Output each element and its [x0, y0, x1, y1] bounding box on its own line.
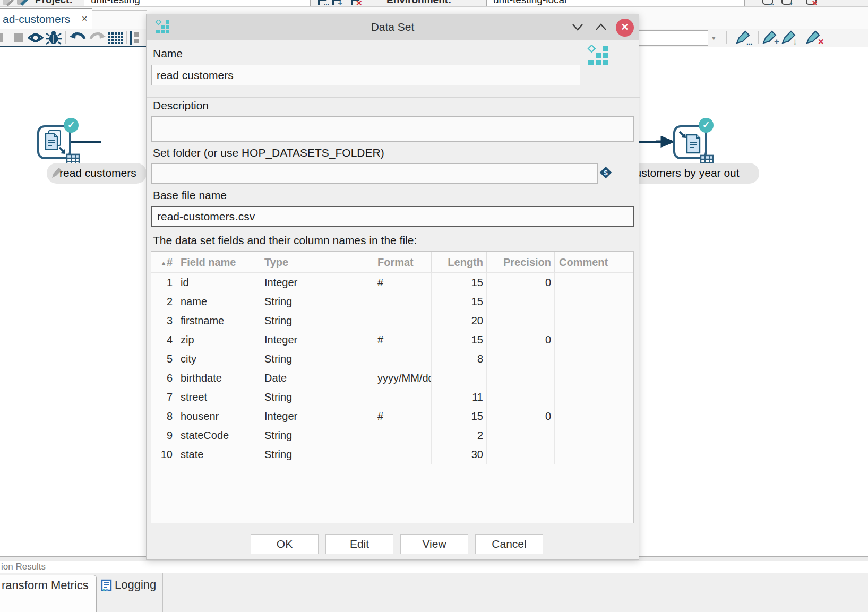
edit-project-icon[interactable] — [16, 0, 30, 6]
tab-close-icon[interactable]: ✕ — [81, 14, 88, 23]
column-header-comment[interactable]: Comment — [555, 252, 633, 272]
cancel-button[interactable]: Cancel — [475, 534, 543, 554]
debug-bug-icon[interactable] — [46, 30, 62, 45]
table-cell[interactable]: firstname — [176, 311, 260, 330]
table-cell[interactable]: yyyy/MM/dd — [373, 368, 432, 387]
table-cell[interactable] — [373, 292, 432, 311]
table-row[interactable]: 6birthdateDateyyyy/MM/dd — [151, 368, 633, 387]
table-row[interactable]: 9stateCodeString2 — [151, 426, 633, 445]
column-header-index[interactable]: ▴# — [151, 252, 176, 272]
table-cell[interactable]: # — [373, 407, 432, 426]
edit-button[interactable]: Edit — [325, 534, 393, 554]
table-cell[interactable]: birthdate — [176, 368, 260, 387]
project-add-icon[interactable]: + — [331, 0, 344, 6]
table-cell[interactable] — [373, 445, 432, 464]
environment-delete-icon[interactable]: ✕ — [806, 0, 817, 5]
table-cell[interactable]: id — [176, 273, 260, 292]
table-cell[interactable]: 15 — [432, 292, 487, 311]
project-delete-icon[interactable]: ✕ — [350, 0, 363, 6]
variable-icon[interactable]: $ — [598, 165, 613, 180]
description-input[interactable] — [151, 116, 634, 142]
table-cell[interactable]: String — [260, 387, 373, 407]
column-header-format[interactable]: Format — [373, 252, 432, 272]
table-cell[interactable] — [555, 407, 633, 426]
table-cell[interactable]: state — [176, 445, 260, 464]
table-cell[interactable]: String — [260, 445, 373, 464]
table-cell[interactable]: # — [373, 273, 432, 292]
undo-icon[interactable] — [69, 30, 87, 45]
project-combo[interactable]: unit-testing — [84, 0, 311, 6]
table-cell[interactable] — [373, 349, 432, 368]
table-cell[interactable] — [487, 349, 555, 368]
table-cell[interactable] — [487, 311, 555, 330]
table-cell[interactable]: 15 — [432, 330, 487, 349]
tab-transform-metrics[interactable]: ransform Metrics — [0, 575, 97, 612]
table-cell[interactable]: 3 — [151, 311, 176, 330]
file-icon[interactable] — [1, 0, 14, 6]
run-icon[interactable] — [0, 30, 4, 45]
combo-arrow-icon[interactable]: ▾ — [712, 34, 716, 42]
ok-button[interactable]: OK — [251, 534, 319, 554]
column-header-type[interactable]: Type — [260, 252, 373, 272]
transform-customers-by-year-out[interactable]: ✓ — [673, 125, 707, 159]
table-row[interactable]: 8housenrInteger#150 — [151, 407, 633, 426]
table-cell[interactable]: 2 — [151, 292, 176, 311]
table-cell[interactable] — [487, 368, 555, 387]
edit-pencil-add-icon[interactable]: + — [762, 30, 780, 45]
environment-edit-icon[interactable]: ... — [762, 0, 773, 5]
table-cell[interactable]: 15 — [432, 407, 487, 426]
column-header-length[interactable]: Length — [432, 252, 487, 272]
table-cell[interactable]: String — [260, 292, 373, 311]
table-cell[interactable]: Integer — [260, 407, 373, 426]
table-row[interactable]: 3firstnameString20 — [151, 311, 633, 330]
table-cell[interactable] — [487, 387, 555, 407]
environment-add-icon[interactable]: + — [781, 0, 792, 5]
project-edit-icon[interactable]: ... — [317, 0, 330, 6]
table-cell[interactable]: 2 — [432, 426, 487, 445]
edit-pencil-download-icon[interactable]: ↓ — [781, 30, 800, 45]
base-file-input[interactable]: read-customers.csv — [151, 206, 634, 227]
table-cell[interactable]: 0 — [487, 273, 555, 292]
table-cell[interactable] — [555, 273, 633, 292]
column-header-field-name[interactable]: Field name — [176, 252, 260, 272]
table-cell[interactable]: 8 — [151, 407, 176, 426]
tab-logging[interactable]: Logging — [99, 575, 161, 612]
table-row[interactable]: 2nameString15 — [151, 292, 633, 311]
table-cell[interactable]: 1 — [151, 273, 176, 292]
table-cell[interactable] — [555, 292, 633, 311]
table-cell[interactable]: 11 — [432, 387, 487, 407]
table-cell[interactable]: String — [260, 311, 373, 330]
table-cell[interactable] — [487, 445, 555, 464]
set-folder-input[interactable] — [151, 163, 598, 184]
chevron-up-icon[interactable] — [595, 22, 607, 32]
table-cell[interactable] — [432, 368, 487, 387]
table-cell[interactable]: Integer — [260, 330, 373, 349]
redo-icon[interactable] — [88, 30, 106, 45]
table-cell[interactable] — [555, 426, 633, 445]
table-cell[interactable] — [555, 330, 633, 349]
table-cell[interactable]: 7 — [151, 387, 176, 407]
table-cell[interactable] — [555, 349, 633, 368]
table-cell[interactable]: String — [260, 349, 373, 368]
environment-combo[interactable]: unit-testing-local — [486, 0, 745, 6]
chevron-down-icon[interactable] — [571, 22, 584, 32]
edit-pencil-delete-icon[interactable]: ✕ — [806, 30, 825, 45]
table-cell[interactable]: 4 — [151, 330, 176, 349]
table-cell[interactable]: stateCode — [176, 426, 260, 445]
table-cell[interactable]: 9 — [151, 426, 176, 445]
name-input[interactable] — [151, 65, 580, 85]
table-cell[interactable] — [373, 311, 432, 330]
table-cell[interactable]: 8 — [432, 349, 487, 368]
node-label-read-customers[interactable]: read customers — [47, 163, 147, 184]
edit-pencil-more-icon[interactable]: ... — [735, 30, 755, 45]
table-cell[interactable] — [373, 387, 432, 407]
table-cell[interactable]: housenr — [176, 407, 260, 426]
table-cell[interactable]: street — [176, 387, 260, 407]
align-icon[interactable] — [129, 30, 141, 45]
transform-read-customers[interactable]: ✓ — [37, 125, 71, 159]
column-header-precision[interactable]: Precision — [487, 252, 555, 272]
table-cell[interactable]: name — [176, 292, 260, 311]
table-cell[interactable] — [487, 426, 555, 445]
table-cell[interactable]: # — [373, 330, 432, 349]
dialog-titlebar[interactable]: Data Set ✕ — [147, 14, 639, 40]
